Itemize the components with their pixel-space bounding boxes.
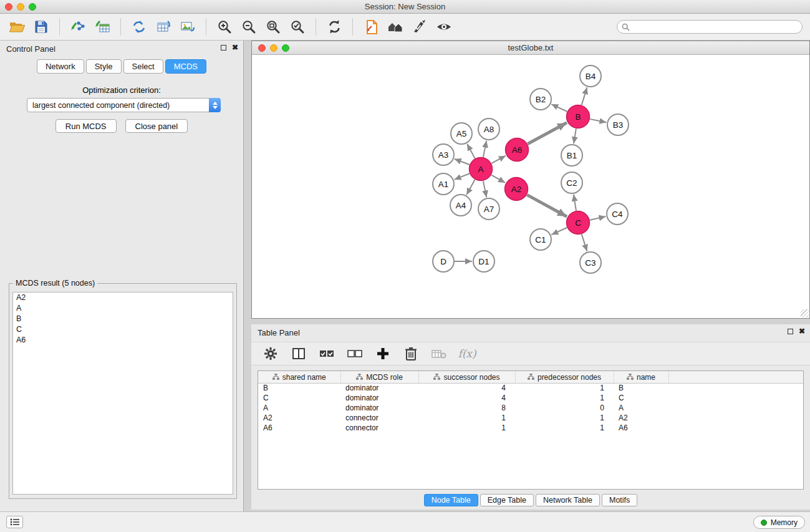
mcds-result-item[interactable]: B [13,314,233,324]
table-row[interactable]: A2connector11A2 [258,413,804,423]
table-row[interactable]: Bdominator41B [258,383,804,393]
network-from-table-button[interactable] [153,16,174,37]
table-cell[interactable]: connector [340,413,418,423]
graph-edge-B-B2[interactable] [551,104,567,112]
table-cell[interactable]: 1 [515,423,614,433]
refresh-button[interactable] [324,16,345,37]
float-table-panel-icon[interactable] [788,329,793,334]
memory-button[interactable]: Memory [753,516,805,529]
graph-node-A6[interactable]: A6 [506,138,529,162]
tab-mcds[interactable]: MCDS [165,59,206,74]
delete-table-button[interactable] [431,346,447,362]
graph-node-A3[interactable]: A3 [433,144,454,165]
zoom-in-button[interactable] [214,16,235,37]
table-row[interactable]: A6connector11A6 [258,423,804,433]
table-cell[interactable]: dominator [340,403,418,413]
show-columns-button[interactable] [291,346,307,362]
table-cell[interactable]: dominator [340,383,418,393]
table-cell[interactable]: B [614,383,668,393]
table-cell[interactable]: C [258,393,340,403]
tab-select[interactable]: Select [123,59,163,74]
table-row[interactable]: Adominator80A [258,403,804,413]
graph-edge-A-A1[interactable] [455,173,470,180]
graph-node-A4[interactable]: A4 [450,195,471,216]
graph-edge-A-A7[interactable] [483,181,486,197]
column-header-successor-nodes[interactable]: successor nodes [418,371,515,383]
graph-edge-A-A4[interactable] [466,180,475,195]
graph-edge-A-A8[interactable] [483,141,486,157]
graph-edge-A2-C[interactable] [527,195,567,216]
open-document-button[interactable] [360,16,382,37]
graph-edge-C-C1[interactable] [551,228,567,235]
table-cell[interactable]: A2 [258,413,340,423]
table-cell[interactable]: connector [340,423,418,433]
select-all-button[interactable] [319,346,335,362]
deselect-all-button[interactable] [347,346,363,362]
graph-edge-C-C2[interactable] [574,195,576,211]
mcds-result-item[interactable]: A6 [13,335,233,346]
network-canvas[interactable]: B4B2BB3A8A5A6A3B1AC2A1A2A4A7C4CC1DD1C3 [252,55,809,318]
graph-node-B[interactable]: B [567,105,590,128]
graph-node-A5[interactable]: A5 [451,123,472,144]
table-cell[interactable]: 1 [418,423,515,433]
column-header-MCDS-role[interactable]: MCDS role [340,371,418,383]
import-network-button[interactable] [67,16,89,37]
export-image-button[interactable] [177,16,198,37]
graph-edge-B-B3[interactable] [590,119,606,122]
graph-node-D1[interactable]: D1 [473,251,494,272]
graph-node-A2[interactable]: A2 [505,178,528,201]
function-builder-button[interactable]: f(x) [459,346,475,362]
optimization-criterion-dropdown[interactable]: largest connected component (directed) [27,98,221,112]
table-cell[interactable]: 1 [418,413,515,423]
table-cell[interactable]: A6 [258,423,340,433]
table-cell[interactable]: 1 [515,383,614,393]
table-cell[interactable]: A [614,403,668,413]
table-cell[interactable]: 4 [418,383,515,393]
eye-button[interactable] [433,16,455,37]
table-cell[interactable]: 1 [515,413,614,423]
table-cell[interactable]: 0 [515,403,614,413]
graph-edge-A-A3[interactable] [455,159,470,165]
graph-node-B1[interactable]: B1 [561,145,582,166]
graph-node-A7[interactable]: A7 [478,198,499,220]
table-cell[interactable]: C [614,393,668,403]
graph-node-A[interactable]: A [470,158,493,181]
column-header-name[interactable]: name [614,371,668,383]
table-row[interactable]: Cdominator41C [258,393,804,403]
graph-edge-B-B4[interactable] [582,87,587,105]
graph-node-C1[interactable]: C1 [530,229,551,250]
tab-network-table[interactable]: Network Table [536,494,600,506]
table-settings-button[interactable] [263,346,279,362]
mcds-result-item[interactable]: A2 [13,293,233,303]
graph-edge-A-A6[interactable] [491,156,506,163]
close-panel-icon[interactable]: ✖ [232,44,238,51]
graph-edge-C-C4[interactable] [590,216,605,220]
brush-check-button[interactable] [409,16,430,37]
import-table-button[interactable] [92,16,113,37]
graph-node-C2[interactable]: C2 [561,172,582,193]
home-button[interactable] [385,16,406,37]
graph-node-D[interactable]: D [433,251,454,272]
tab-motifs[interactable]: Motifs [602,494,637,506]
graph-node-C[interactable]: C [567,211,590,235]
graph-node-A8[interactable]: A8 [478,118,499,140]
graph-node-B2[interactable]: B2 [530,89,551,110]
tab-node-table[interactable]: Node Table [424,494,478,506]
zoom-selected-button[interactable] [287,16,308,37]
table-cell[interactable]: 1 [515,393,614,403]
save-session-button[interactable] [31,16,52,37]
graph-node-B3[interactable]: B3 [607,114,629,135]
graph-node-C4[interactable]: C4 [607,203,628,225]
delete-column-button[interactable] [403,346,419,362]
new-network-button[interactable] [128,16,150,37]
table-cell[interactable]: A6 [614,423,668,433]
tab-style[interactable]: Style [86,59,122,74]
mcds-result-item[interactable]: C [13,324,233,335]
column-header-predecessor-nodes[interactable]: predecessor nodes [515,371,614,383]
zoom-fit-button[interactable] [263,16,284,37]
graph-edge-B-B1[interactable] [574,128,576,143]
task-history-button[interactable] [6,516,23,528]
run-mcds-button[interactable]: Run MCDS [55,119,117,133]
resize-grip[interactable] [801,309,809,317]
close-panel-button[interactable]: Close panel [125,119,188,133]
